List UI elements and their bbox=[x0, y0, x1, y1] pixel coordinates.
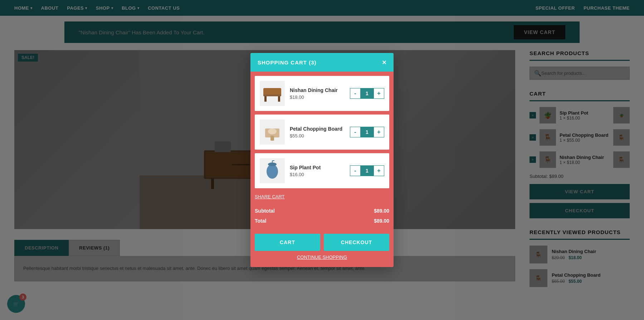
modal-item-1-thumb bbox=[260, 81, 285, 106]
svg-rect-22 bbox=[264, 96, 267, 102]
continue-shopping-link[interactable]: CONTINUE SHOPPING bbox=[255, 254, 389, 263]
modal-item-3-price: $16.00 bbox=[290, 172, 345, 177]
modal-item-3-name: Sip Plant Pot bbox=[290, 165, 345, 170]
modal-title: SHOPPING CART (3) bbox=[258, 59, 317, 66]
modal-item-3-decrease-button[interactable]: - bbox=[350, 165, 361, 176]
modal-item-2-quantity: 1 bbox=[361, 127, 374, 137]
share-cart-link[interactable]: SHARE CART bbox=[255, 192, 389, 203]
modal-close-button[interactable]: × bbox=[382, 59, 386, 66]
modal-subtotal-label: Subtotal bbox=[255, 208, 275, 214]
modal-body: Nishan Dining Chair $18.00 - 1 + bbox=[250, 72, 394, 267]
svg-rect-23 bbox=[278, 96, 280, 102]
modal-total-row: Total $89.00 bbox=[255, 216, 389, 226]
modal-item-3-quantity: 1 bbox=[361, 165, 374, 176]
modal-header: SHOPPING CART (3) × bbox=[250, 53, 394, 72]
modal-item-1-increase-button[interactable]: + bbox=[374, 88, 384, 99]
modal-cart-item-3: Sip Plant Pot $16.00 - 1 + bbox=[255, 153, 389, 188]
modal-cart-item-1: Nishan Dining Chair $18.00 - 1 + bbox=[255, 76, 389, 111]
modal-totals: Subtotal $89.00 Total $89.00 bbox=[255, 203, 389, 229]
modal-item-2-info: Petal Chopping Board $55.00 bbox=[290, 126, 345, 139]
modal-item-1-info: Nishan Dining Chair $18.00 bbox=[290, 87, 345, 100]
modal-total-value: $89.00 bbox=[374, 218, 389, 224]
modal-item-2-qty-control: - 1 + bbox=[350, 127, 384, 137]
svg-point-28 bbox=[267, 164, 278, 179]
modal-item-1-quantity: 1 bbox=[361, 88, 374, 99]
modal-item-2-price: $55.00 bbox=[290, 133, 345, 139]
shopping-cart-modal: SHOPPING CART (3) × bbox=[250, 53, 394, 267]
modal-item-2-name: Petal Chopping Board bbox=[290, 126, 345, 132]
modal-item-1-qty-control: - 1 + bbox=[350, 88, 384, 99]
svg-point-29 bbox=[268, 163, 277, 166]
modal-item-1-decrease-button[interactable]: - bbox=[350, 88, 361, 99]
modal-item-3-qty-control: - 1 + bbox=[350, 165, 384, 176]
modal-checkout-button[interactable]: CHECKOUT bbox=[324, 234, 389, 251]
modal-item-2-decrease-button[interactable]: - bbox=[350, 127, 361, 137]
modal-cart-item-2: Petal Chopping Board $55.00 - 1 + bbox=[255, 115, 389, 150]
modal-overlay[interactable]: SHOPPING CART (3) × bbox=[0, 0, 644, 320]
modal-total-label: Total bbox=[255, 218, 266, 224]
svg-point-27 bbox=[268, 129, 277, 134]
modal-item-2-increase-button[interactable]: + bbox=[374, 127, 384, 137]
modal-item-3-thumb bbox=[260, 158, 285, 183]
modal-item-2-thumb bbox=[260, 120, 285, 145]
modal-cart-button[interactable]: CART bbox=[255, 234, 320, 251]
svg-rect-24 bbox=[263, 88, 281, 94]
modal-item-1-name: Nishan Dining Chair bbox=[290, 87, 345, 93]
modal-subtotal-row: Subtotal $89.00 bbox=[255, 206, 389, 216]
modal-item-1-price: $18.00 bbox=[290, 94, 345, 100]
modal-item-3-increase-button[interactable]: + bbox=[374, 165, 384, 176]
svg-rect-26 bbox=[270, 136, 274, 141]
modal-actions: CART CHECKOUT bbox=[255, 234, 389, 251]
modal-subtotal-value: $89.00 bbox=[374, 208, 389, 214]
modal-item-3-info: Sip Plant Pot $16.00 bbox=[290, 165, 345, 177]
